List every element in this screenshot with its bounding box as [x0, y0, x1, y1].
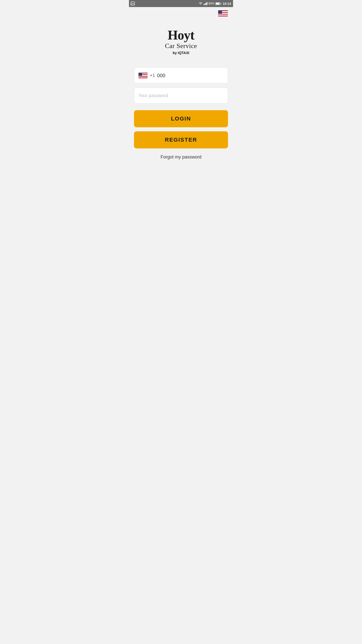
signal-bar-2 [205, 4, 205, 5]
phone-input-container: +1 [134, 67, 228, 84]
phone-number-input[interactable] [157, 73, 224, 78]
register-button[interactable]: REGISTER [134, 131, 228, 148]
svg-point-1 [132, 3, 132, 3]
password-input[interactable] [138, 93, 224, 98]
status-bar: 90% 10:14 [129, 0, 233, 7]
svg-rect-0 [131, 2, 135, 5]
svg-point-2 [200, 5, 201, 5]
logo-byline-prefix: by [173, 51, 178, 55]
phone-country-code: +1 [150, 73, 155, 78]
forgot-password-link[interactable]: Forgot my password [134, 152, 228, 162]
wifi-icon [199, 2, 203, 5]
flag-canton [218, 10, 222, 14]
phone-flag [138, 72, 148, 78]
gallery-icon [130, 1, 135, 6]
logo-area: Hoyt Car Service by IQTAXI [134, 19, 228, 67]
form-area: +1 LOGIN REGISTER Forgot my password [134, 67, 228, 162]
signal-bar-1 [204, 4, 204, 5]
language-flag-button[interactable] [218, 10, 228, 17]
logo-byline-brand: IQTAXI [178, 51, 189, 55]
logo-container: Hoyt Car Service by IQTAXI [165, 29, 197, 55]
status-bar-right: 90% 10:14 [199, 2, 231, 6]
status-bar-left [130, 1, 135, 6]
signal-bar-3 [206, 3, 206, 5]
status-time: 10:14 [223, 2, 231, 6]
signal-bar-4 [207, 2, 207, 5]
us-flag [218, 10, 228, 16]
login-button[interactable]: LOGIN [134, 110, 228, 127]
signal-bars [204, 2, 207, 5]
phone-flag-area[interactable] [138, 72, 148, 78]
battery-percent: 90% [208, 2, 214, 5]
main-content: Hoyt Car Service by IQTAXI [129, 7, 233, 225]
logo-byline: by IQTAXI [165, 51, 197, 55]
logo-subtitle: Car Service [165, 42, 197, 50]
battery-icon [215, 2, 221, 5]
password-input-container [134, 88, 228, 104]
language-row [134, 7, 228, 19]
logo-title: Hoyt [165, 29, 197, 42]
